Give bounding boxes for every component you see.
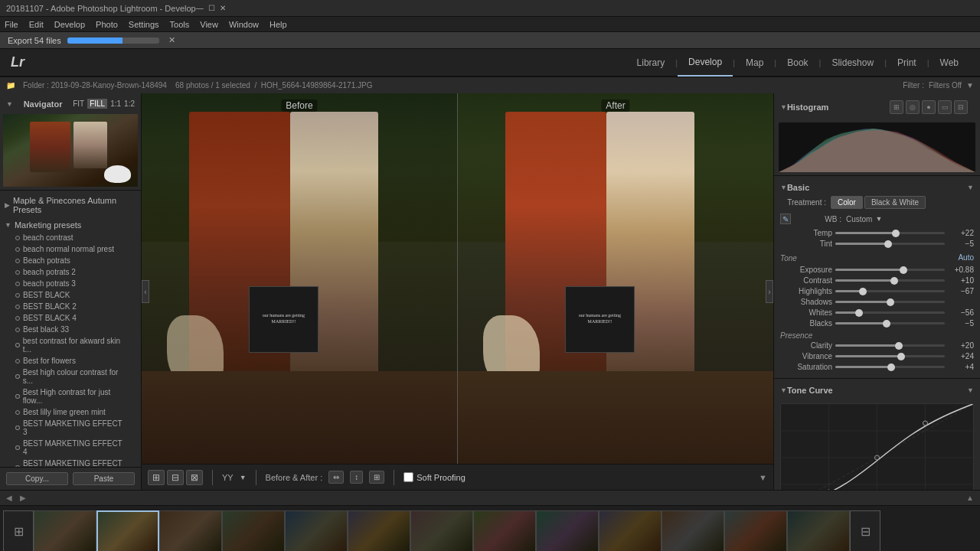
tone-curve-header[interactable]: ▼ Tone Curve ▼ [780, 383, 974, 399]
nav-web[interactable]: Web [929, 49, 969, 77]
wb-eyedropper[interactable]: ✎ [780, 214, 791, 224]
view-compare-button[interactable]: ⊟ [167, 470, 184, 485]
navigator-fit[interactable]: FIT [73, 99, 84, 108]
filmstrip-item-3[interactable] [159, 510, 222, 552]
menu-edit[interactable]: Edit [29, 20, 44, 29]
navigator-1to2[interactable]: 1:2 [124, 99, 135, 108]
minimize-button[interactable]: — [196, 4, 204, 12]
before-after-btn1[interactable]: ⇔ [328, 471, 344, 484]
whites-slider[interactable] [835, 311, 945, 314]
histogram-header[interactable]: ▼ Histogram ⊞ ◎ ● ▭ ⊟ [774, 93, 980, 121]
nav-print[interactable]: Print [887, 49, 927, 77]
export-close-button[interactable]: ✕ [168, 35, 175, 45]
navigator-thumbnail[interactable] [3, 114, 138, 187]
filmstrip-item-4[interactable] [222, 510, 285, 552]
blacks-slider[interactable] [835, 322, 945, 324]
preset-best-marketing4[interactable]: BEST MARKETING EFFECT 4 [3, 438, 138, 458]
nav-develop[interactable]: Develop [678, 49, 733, 77]
photo-before[interactable]: Before our humans are getting MARRIED!! [142, 93, 458, 464]
nav-book[interactable]: Book [776, 49, 818, 77]
menu-help[interactable]: Help [270, 20, 287, 29]
temp-slider[interactable] [835, 232, 945, 234]
filmstrip-item-selected[interactable] [96, 510, 159, 552]
menu-settings[interactable]: Settings [129, 20, 159, 29]
filter-chevron[interactable]: ▼ [966, 81, 974, 90]
filmstrip-item-12[interactable] [724, 510, 787, 552]
view-survey-button[interactable]: ⊠ [186, 470, 203, 485]
menu-file[interactable]: File [5, 20, 18, 29]
filmstrip-item-last[interactable]: ⊟ [850, 510, 880, 552]
preset-best-flowers[interactable]: Best for flowers [3, 355, 138, 367]
preset-best-marketing3[interactable]: BEST MARKETING EFFECT 3 [3, 418, 138, 438]
menu-develop[interactable]: Develop [54, 20, 85, 29]
maximize-button[interactable]: ☐ [208, 4, 215, 12]
hist-tool-5[interactable]: ⊟ [954, 100, 968, 114]
preset-best-black[interactable]: BEST BLACK [3, 289, 138, 301]
nav-slideshow[interactable]: Slideshow [821, 49, 884, 77]
preset-best-black2[interactable]: BEST BLACK 2 [3, 301, 138, 312]
soft-proofing-checkbox[interactable] [403, 472, 413, 482]
navigator-fill[interactable]: FILL [87, 99, 107, 109]
filmstrip-item-10[interactable] [599, 510, 662, 552]
filmstrip-item-7[interactable] [410, 510, 473, 552]
contrast-slider[interactable] [835, 279, 945, 282]
filmstrip-item-13[interactable] [787, 510, 850, 552]
menu-tools[interactable]: Tools [170, 20, 190, 29]
clarity-slider[interactable] [835, 344, 945, 347]
nav-map[interactable]: Map [735, 49, 774, 77]
hist-tool-2[interactable]: ◎ [906, 100, 920, 114]
preset-best-lilly[interactable]: Best lilly lime green mint [3, 406, 138, 418]
menu-window[interactable]: Window [229, 20, 259, 29]
before-after-btn2[interactable]: ↕ [350, 471, 363, 484]
hist-tool-1[interactable]: ⊞ [890, 100, 903, 114]
preset-best-high-contrast[interactable]: Best High contrast for just flow... [3, 386, 138, 406]
filmstrip-item-8[interactable] [473, 510, 536, 552]
preset-beach-potrats3[interactable]: beach potrats 3 [3, 278, 138, 289]
preset-beach-normal[interactable]: beach normal normal prest [3, 243, 138, 255]
preset-beach-contrast[interactable]: beach contrast [3, 232, 138, 243]
tone-curve-canvas[interactable] [780, 403, 974, 490]
wb-dropdown[interactable]: ▼ [875, 215, 882, 223]
vibrance-slider[interactable] [835, 355, 945, 357]
menu-view[interactable]: View [200, 20, 218, 29]
filmstrip-item-6[interactable] [348, 510, 410, 552]
yy-dropdown-arrow[interactable]: ▼ [240, 474, 247, 481]
toolbar-chevron[interactable]: ▼ [759, 473, 767, 482]
auto-button[interactable]: Auto [958, 253, 974, 262]
tint-slider[interactable] [835, 243, 945, 245]
preset-best-black4[interactable]: BEST BLACK 4 [3, 312, 138, 324]
filmstrip-expand[interactable]: ▲ [966, 494, 974, 502]
filmstrip-item-1[interactable] [34, 510, 96, 552]
basic-header[interactable]: ▼ Basic ▼ [780, 181, 974, 196]
filmstrip-item-5[interactable] [285, 510, 348, 552]
navigator-1to1[interactable]: 1:1 [110, 99, 121, 108]
view-grid-button[interactable]: ⊞ [148, 470, 165, 485]
treatment-color-btn[interactable]: Color [831, 196, 863, 209]
preset-best-high-colour[interactable]: Best high colour contrast for s... [3, 367, 138, 386]
filmstrip-item-first[interactable]: ⊞ [3, 510, 34, 552]
preset-beach-potrats[interactable]: Beach potrats [3, 255, 138, 266]
left-panel-toggle[interactable]: ‹ [142, 280, 149, 303]
photo-after[interactable]: After our humans are getting MARRIED!! [458, 93, 773, 464]
highlights-slider[interactable] [835, 290, 945, 292]
treatment-bw-btn[interactable]: Black & White [864, 196, 926, 209]
right-panel-toggle[interactable]: › [766, 280, 773, 303]
preset-best-black33[interactable]: Best black 33 [3, 324, 138, 335]
saturation-slider[interactable] [835, 366, 945, 368]
preset-group-maple-header[interactable]: ▶ Maple & Pinecones Autumn Presets [3, 194, 138, 217]
filmstrip-item-11[interactable] [662, 510, 724, 552]
paste-button[interactable]: Paste [73, 472, 135, 485]
navigator-header[interactable]: ▼ Navigator FIT FILL 1:1 1:2 [3, 96, 138, 111]
nav-library[interactable]: Library [626, 49, 676, 77]
before-after-btn3[interactable]: ⊞ [369, 471, 384, 484]
filmstrip-nav-right[interactable]: ▶ [20, 494, 26, 502]
hist-tool-4[interactable]: ▭ [938, 100, 952, 114]
preset-best-contrast[interactable]: best contrast for akward skin t... [3, 335, 138, 355]
hist-tool-3[interactable]: ● [922, 100, 936, 114]
menu-photo[interactable]: Photo [96, 20, 118, 29]
filmstrip-item-9[interactable] [536, 510, 599, 552]
preset-group-marketing-header[interactable]: ▼ Marketing presets [3, 218, 138, 232]
preset-best-marketing5[interactable]: BEST MARKETING EFFECT 5 [3, 458, 138, 467]
soft-proofing-label[interactable]: Soft Proofing [403, 472, 466, 482]
filmstrip-nav-left[interactable]: ◀ [6, 494, 12, 502]
